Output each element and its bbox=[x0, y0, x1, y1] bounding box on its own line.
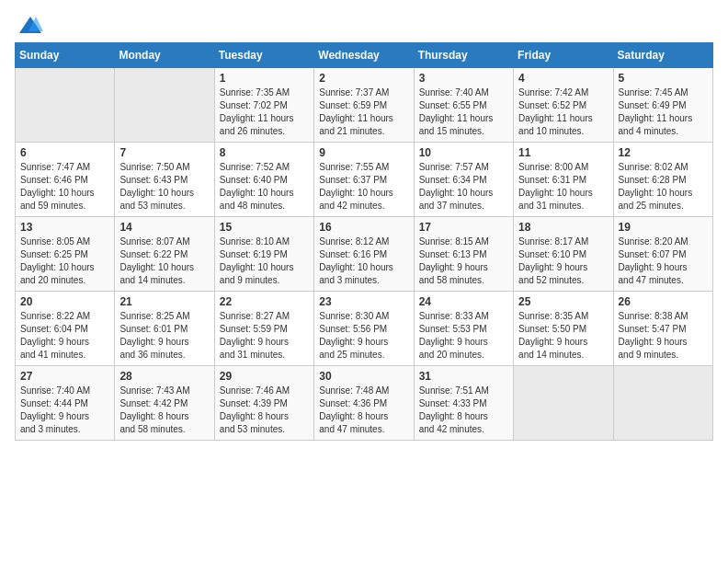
week-row-1: 6Sunrise: 7:47 AMSunset: 6:46 PMDaylight… bbox=[16, 143, 713, 217]
day-number: 17 bbox=[419, 221, 508, 234]
day-number: 21 bbox=[119, 295, 209, 308]
day-info: Sunrise: 7:55 AMSunset: 6:37 PMDaylight:… bbox=[319, 161, 408, 213]
calendar-cell: 11Sunrise: 8:00 AMSunset: 6:31 PMDayligh… bbox=[514, 143, 613, 217]
day-info: Sunrise: 8:17 AMSunset: 6:10 PMDaylight:… bbox=[518, 236, 608, 287]
calendar-cell bbox=[514, 366, 613, 441]
calendar-cell: 26Sunrise: 8:38 AMSunset: 5:47 PMDayligh… bbox=[613, 292, 712, 366]
day-number: 11 bbox=[518, 146, 608, 159]
day-info: Sunrise: 7:37 AMSunset: 6:59 PMDaylight:… bbox=[319, 86, 408, 138]
day-number: 31 bbox=[419, 370, 508, 383]
calendar-cell: 18Sunrise: 8:17 AMSunset: 6:10 PMDayligh… bbox=[514, 217, 613, 292]
calendar-cell: 16Sunrise: 8:12 AMSunset: 6:16 PMDayligh… bbox=[314, 217, 414, 292]
day-number: 18 bbox=[518, 221, 608, 234]
day-number: 12 bbox=[619, 146, 708, 159]
calendar-table: SundayMondayTuesdayWednesdayThursdayFrid… bbox=[15, 42, 713, 441]
calendar-cell: 2Sunrise: 7:37 AMSunset: 6:59 PMDaylight… bbox=[314, 68, 414, 143]
calendar-cell: 23Sunrise: 8:30 AMSunset: 5:56 PMDayligh… bbox=[314, 292, 414, 366]
calendar-cell: 12Sunrise: 8:02 AMSunset: 6:28 PMDayligh… bbox=[613, 143, 712, 217]
day-number: 10 bbox=[419, 146, 508, 159]
day-info: Sunrise: 7:35 AMSunset: 7:02 PMDaylight:… bbox=[220, 86, 309, 138]
day-info: Sunrise: 8:12 AMSunset: 6:16 PMDaylight:… bbox=[319, 236, 408, 287]
day-info: Sunrise: 8:33 AMSunset: 5:53 PMDaylight:… bbox=[419, 310, 508, 362]
day-info: Sunrise: 7:50 AMSunset: 6:43 PMDaylight:… bbox=[119, 161, 209, 213]
calendar-header: SundayMondayTuesdayWednesdayThursdayFrid… bbox=[16, 43, 713, 68]
calendar-body: 1Sunrise: 7:35 AMSunset: 7:02 PMDaylight… bbox=[16, 68, 713, 441]
calendar-cell: 13Sunrise: 8:05 AMSunset: 6:25 PMDayligh… bbox=[16, 217, 115, 292]
day-number: 25 bbox=[518, 295, 608, 308]
day-number: 13 bbox=[20, 221, 109, 234]
day-number: 20 bbox=[20, 295, 109, 308]
day-info: Sunrise: 8:00 AMSunset: 6:31 PMDaylight:… bbox=[518, 161, 608, 213]
day-number: 4 bbox=[518, 72, 608, 85]
logo-icon bbox=[17, 15, 43, 35]
calendar-cell: 7Sunrise: 7:50 AMSunset: 6:43 PMDaylight… bbox=[115, 143, 214, 217]
day-info: Sunrise: 8:25 AMSunset: 6:01 PMDaylight:… bbox=[119, 310, 209, 362]
day-info: Sunrise: 8:10 AMSunset: 6:19 PMDaylight:… bbox=[220, 236, 309, 287]
calendar-cell bbox=[613, 366, 712, 441]
calendar-cell: 1Sunrise: 7:35 AMSunset: 7:02 PMDaylight… bbox=[214, 68, 313, 143]
calendar-cell: 4Sunrise: 7:42 AMSunset: 6:52 PMDaylight… bbox=[514, 68, 613, 143]
day-info: Sunrise: 8:20 AMSunset: 6:07 PMDaylight:… bbox=[619, 236, 708, 287]
weekday-header-monday: Monday bbox=[115, 43, 214, 68]
day-info: Sunrise: 8:05 AMSunset: 6:25 PMDaylight:… bbox=[20, 236, 109, 287]
day-number: 15 bbox=[220, 221, 309, 234]
week-row-3: 20Sunrise: 8:22 AMSunset: 6:04 PMDayligh… bbox=[16, 292, 713, 366]
day-info: Sunrise: 7:42 AMSunset: 6:52 PMDaylight:… bbox=[518, 86, 608, 138]
calendar-cell: 21Sunrise: 8:25 AMSunset: 6:01 PMDayligh… bbox=[115, 292, 214, 366]
day-number: 28 bbox=[119, 370, 209, 383]
day-number: 30 bbox=[319, 370, 408, 383]
calendar-cell: 27Sunrise: 7:40 AMSunset: 4:44 PMDayligh… bbox=[16, 366, 115, 441]
week-row-2: 13Sunrise: 8:05 AMSunset: 6:25 PMDayligh… bbox=[16, 217, 713, 292]
calendar-cell: 14Sunrise: 8:07 AMSunset: 6:22 PMDayligh… bbox=[115, 217, 214, 292]
day-info: Sunrise: 8:07 AMSunset: 6:22 PMDaylight:… bbox=[119, 236, 209, 287]
calendar-cell: 24Sunrise: 8:33 AMSunset: 5:53 PMDayligh… bbox=[414, 292, 513, 366]
week-row-4: 27Sunrise: 7:40 AMSunset: 4:44 PMDayligh… bbox=[16, 366, 713, 441]
calendar-cell: 22Sunrise: 8:27 AMSunset: 5:59 PMDayligh… bbox=[214, 292, 313, 366]
calendar-cell: 17Sunrise: 8:15 AMSunset: 6:13 PMDayligh… bbox=[414, 217, 513, 292]
calendar-cell: 19Sunrise: 8:20 AMSunset: 6:07 PMDayligh… bbox=[613, 217, 712, 292]
day-number: 19 bbox=[619, 221, 708, 234]
calendar-cell bbox=[16, 68, 115, 143]
day-info: Sunrise: 8:38 AMSunset: 5:47 PMDaylight:… bbox=[619, 310, 708, 362]
weekday-header-wednesday: Wednesday bbox=[314, 43, 414, 68]
day-info: Sunrise: 7:40 AMSunset: 6:55 PMDaylight:… bbox=[419, 86, 508, 138]
day-info: Sunrise: 8:15 AMSunset: 6:13 PMDaylight:… bbox=[419, 236, 508, 287]
day-number: 8 bbox=[220, 146, 309, 159]
day-number: 9 bbox=[319, 146, 408, 159]
calendar-cell: 31Sunrise: 7:51 AMSunset: 4:33 PMDayligh… bbox=[414, 366, 513, 441]
day-info: Sunrise: 7:48 AMSunset: 4:36 PMDaylight:… bbox=[319, 385, 408, 436]
calendar-cell: 29Sunrise: 7:46 AMSunset: 4:39 PMDayligh… bbox=[214, 366, 313, 441]
calendar-cell: 5Sunrise: 7:45 AMSunset: 6:49 PMDaylight… bbox=[613, 68, 712, 143]
calendar-cell: 25Sunrise: 8:35 AMSunset: 5:50 PMDayligh… bbox=[514, 292, 613, 366]
day-info: Sunrise: 7:45 AMSunset: 6:49 PMDaylight:… bbox=[619, 86, 708, 138]
day-info: Sunrise: 7:57 AMSunset: 6:34 PMDaylight:… bbox=[419, 161, 508, 213]
day-number: 29 bbox=[220, 370, 309, 383]
day-number: 16 bbox=[319, 221, 408, 234]
day-info: Sunrise: 8:30 AMSunset: 5:56 PMDaylight:… bbox=[319, 310, 408, 362]
day-number: 14 bbox=[119, 221, 209, 234]
page-header bbox=[15, 15, 713, 35]
calendar-cell: 30Sunrise: 7:48 AMSunset: 4:36 PMDayligh… bbox=[314, 366, 414, 441]
day-number: 27 bbox=[20, 370, 109, 383]
day-number: 2 bbox=[319, 72, 408, 85]
weekday-header-saturday: Saturday bbox=[613, 43, 712, 68]
day-info: Sunrise: 7:52 AMSunset: 6:40 PMDaylight:… bbox=[220, 161, 309, 213]
day-info: Sunrise: 8:02 AMSunset: 6:28 PMDaylight:… bbox=[619, 161, 708, 213]
day-info: Sunrise: 7:43 AMSunset: 4:42 PMDaylight:… bbox=[119, 385, 209, 436]
day-number: 24 bbox=[419, 295, 508, 308]
day-number: 1 bbox=[220, 72, 309, 85]
calendar-cell: 6Sunrise: 7:47 AMSunset: 6:46 PMDaylight… bbox=[16, 143, 115, 217]
day-number: 3 bbox=[419, 72, 508, 85]
calendar-cell: 28Sunrise: 7:43 AMSunset: 4:42 PMDayligh… bbox=[115, 366, 214, 441]
day-number: 6 bbox=[20, 146, 109, 159]
day-info: Sunrise: 7:40 AMSunset: 4:44 PMDaylight:… bbox=[20, 385, 109, 436]
day-info: Sunrise: 8:22 AMSunset: 6:04 PMDaylight:… bbox=[20, 310, 109, 362]
day-info: Sunrise: 7:46 AMSunset: 4:39 PMDaylight:… bbox=[220, 385, 309, 436]
day-number: 23 bbox=[319, 295, 408, 308]
calendar-cell: 8Sunrise: 7:52 AMSunset: 6:40 PMDaylight… bbox=[214, 143, 313, 217]
calendar-cell: 3Sunrise: 7:40 AMSunset: 6:55 PMDaylight… bbox=[414, 68, 513, 143]
calendar-cell: 10Sunrise: 7:57 AMSunset: 6:34 PMDayligh… bbox=[414, 143, 513, 217]
calendar-cell: 20Sunrise: 8:22 AMSunset: 6:04 PMDayligh… bbox=[16, 292, 115, 366]
weekday-header-sunday: Sunday bbox=[16, 43, 115, 68]
weekday-header-tuesday: Tuesday bbox=[214, 43, 313, 68]
